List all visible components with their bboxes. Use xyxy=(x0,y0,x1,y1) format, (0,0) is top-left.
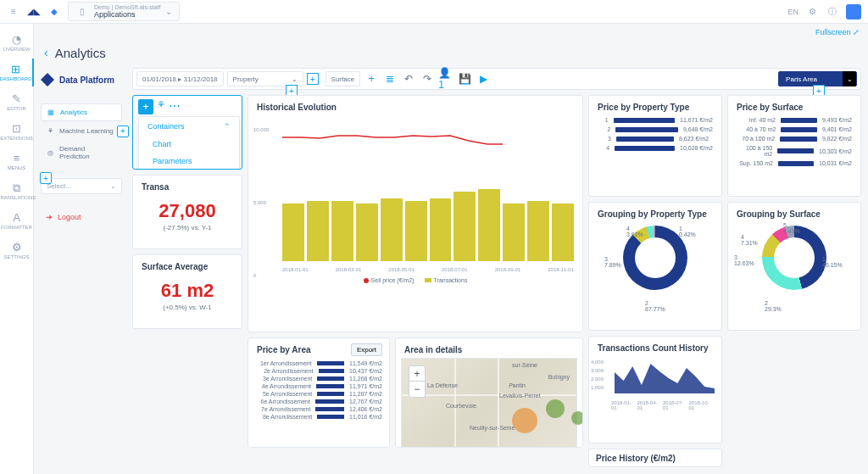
x-axis: 2018-01-012018-03-012018-05-012018-07-01… xyxy=(282,267,574,272)
zoom-in-button[interactable]: + xyxy=(409,366,425,382)
nav-demand-prediction[interactable]: ◎Demand Prediction xyxy=(41,141,122,165)
nav-list: ▦Analytics⚘Machine Learning+◎Demand Pred… xyxy=(41,103,122,165)
top-bar: ≡ ◢◣ ◆ ▯ Demo | DemoSft-als-staff Applic… xyxy=(0,0,868,24)
add-filter-button[interactable]: + xyxy=(307,73,319,85)
legend: Sell price (€/m2) Transactions xyxy=(248,277,582,283)
rail-translations[interactable]: ⧉TRANSLATIONS xyxy=(0,177,34,205)
price-by-surface-card: Price by Surface Inf. 40 m29,493 €/m240 … xyxy=(727,95,861,197)
card-tools: + ⚘ ⋯ xyxy=(138,99,181,114)
add-component-menu[interactable]: Containers⌃ Chart Parameters Basic UI Cu… xyxy=(138,116,240,170)
plus-icon[interactable]: + xyxy=(364,71,379,86)
user-icon[interactable]: 👤1 xyxy=(438,71,453,86)
page-title: Analytics xyxy=(55,46,106,60)
chevron-down-icon: ⌄ xyxy=(110,182,116,190)
grouping-surface-card: Grouping by Surface 5 4.41%4 7.31%3 12.6… xyxy=(727,202,861,331)
rail-overview[interactable]: ◔OVERVIEW xyxy=(0,29,34,57)
fullscreen-link[interactable]: Fullscreen ⤢ xyxy=(815,28,860,36)
menu-parameters[interactable]: Parameters xyxy=(139,153,239,170)
back-chevron-icon[interactable]: ‹ xyxy=(44,46,48,59)
play-icon[interactable]: ▶ xyxy=(476,71,491,86)
chevron-down-icon: ⌄ xyxy=(165,7,172,16)
rail-settings[interactable]: ⚙SETTINGS xyxy=(0,237,34,265)
kpi-card-transactions: Transa 27,080(-27.5%) vs. Y-1 xyxy=(132,175,242,249)
content: 01/01/2018 ▸ 31/12/2018 Property⌄ + Surf… xyxy=(129,64,868,474)
dashboard-grid: + ⚘ ⋯ Sell pr m2) 9 Containers⌃ Chart xyxy=(132,95,861,467)
menu-chart[interactable]: Chart xyxy=(139,136,239,153)
rail-editor[interactable]: ✎EDITOR xyxy=(0,88,34,116)
card-people-icon[interactable]: ⚘ xyxy=(157,99,165,114)
logo-2-icon: ◆ xyxy=(47,5,61,19)
logout-button[interactable]: ➜ Logout xyxy=(41,208,122,226)
kpi-card-surface: Surface Average 61 m2(+0.5%) vs. W-1 xyxy=(132,254,242,329)
crumb-path: Demo | DemoSft-als-staff xyxy=(94,4,160,10)
menu-containers[interactable]: Containers⌃ xyxy=(139,117,239,136)
undo-icon[interactable]: ↶ xyxy=(401,71,416,86)
date-range-input[interactable]: 01/01/2018 ▸ 31/12/2018 xyxy=(136,71,224,86)
logout-icon: ➜ xyxy=(46,213,53,221)
select-box[interactable]: Select...⌄ + xyxy=(41,178,122,194)
grouping-property-card: Grouping by Property Type 4 3.92%1 0.42%… xyxy=(588,202,722,331)
add-select-button[interactable]: + xyxy=(40,172,52,184)
logo-1-icon: ◢◣ xyxy=(27,5,41,19)
kpi-title: Surface Average xyxy=(133,255,242,275)
menu-icon[interactable]: ≡ xyxy=(7,5,20,19)
breadcrumb[interactable]: ▯ Demo | DemoSft-als-staff Applications … xyxy=(68,2,180,21)
left-nav-rail: ◔OVERVIEW⊞DASHBOARD✎EDITOR⊡EXTENSIONS≡ME… xyxy=(0,24,34,474)
area-details-card: Area in details sur-Seine La Défense Cou… xyxy=(395,337,583,448)
doc-icon: ▯ xyxy=(75,5,89,19)
price-by-area-card: Price by Area Export 1er Arrondissement1… xyxy=(248,337,390,448)
rail-formatter[interactable]: AFORMATTER xyxy=(0,207,34,235)
transactions-history-card: Transactions Count History 4,0003,0002,0… xyxy=(588,336,722,443)
area-rows: 1er Arrondissement11,549 €/m22e Arrondis… xyxy=(248,358,389,421)
second-bar: Fullscreen ⤢ xyxy=(34,24,868,41)
title-bar: ‹ Analytics xyxy=(34,41,868,64)
side-panel: Data Platform ▦Analytics⚘Machine Learnin… xyxy=(34,64,129,474)
kpi-title: Transa xyxy=(133,176,242,195)
add-nav-button[interactable]: + xyxy=(117,125,129,137)
card-more-icon[interactable]: ⋯ xyxy=(169,99,181,114)
rail-dashboard[interactable]: ⊞DASHBOARD xyxy=(0,59,34,86)
rail-extensions[interactable]: ⊡EXTENSIONS xyxy=(0,118,34,146)
info-icon[interactable]: ⓘ xyxy=(826,5,839,19)
card-add-button[interactable]: + xyxy=(138,99,153,114)
area-series xyxy=(615,360,715,393)
gear-icon[interactable]: ⚙ xyxy=(805,5,819,19)
redo-icon[interactable]: ↷ xyxy=(420,71,435,86)
historical-evolution-card: Historical Evolution 10,000 5,000 0 2018… xyxy=(248,95,583,332)
nav-machine-learning[interactable]: ⚘Machine Learning+ xyxy=(41,123,122,139)
lang-label[interactable]: EN xyxy=(787,8,798,16)
brand: Data Platform xyxy=(41,70,122,90)
price-by-property-card: Price by Property Type 111,671 €/m229,64… xyxy=(588,95,722,197)
nav-analytics[interactable]: ▦Analytics xyxy=(41,103,122,121)
zoom-out-button[interactable]: − xyxy=(409,382,425,397)
map[interactable]: sur-Seine La Défense Courbevoie Levalloi… xyxy=(401,358,577,448)
chevron-down-icon: ⌄ xyxy=(843,71,856,86)
kpi-card-sell-price: + ⚘ ⋯ Sell pr m2) 9 Containers⌃ Chart xyxy=(132,95,242,170)
avatar[interactable] xyxy=(846,4,861,20)
brand-icon xyxy=(41,73,54,86)
export-button[interactable]: Export xyxy=(351,343,382,356)
price-history-card: Price History (€/m2) xyxy=(588,449,722,467)
dropdown-surface[interactable]: Surface xyxy=(326,71,361,86)
filter-toolbar: 01/01/2018 ▸ 31/12/2018 Property⌄ + Surf… xyxy=(132,68,861,90)
list-icon[interactable]: ≣ xyxy=(382,71,398,86)
save-icon[interactable]: 💾 xyxy=(457,71,472,86)
crumb-title: Applications xyxy=(94,10,160,19)
rail-menus[interactable]: ≡MENUS xyxy=(0,148,34,176)
map-zoom: + − xyxy=(409,365,426,398)
bar-series xyxy=(282,131,574,261)
